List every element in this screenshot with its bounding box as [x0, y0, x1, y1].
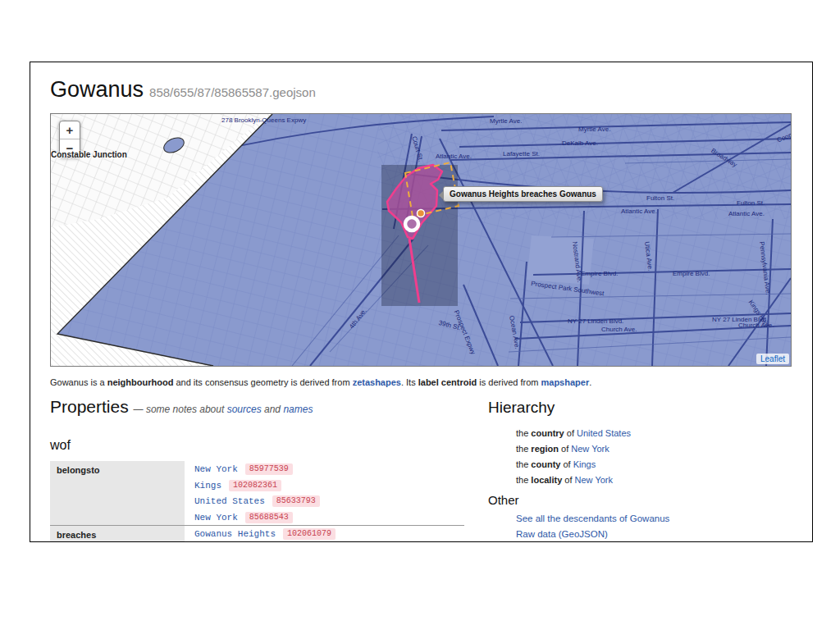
place-link[interactable]: New York — [194, 464, 238, 474]
property-value: New York85977539 — [194, 461, 464, 477]
intro-label-centroid: label centroid — [418, 377, 477, 387]
properties-section: Properties — some notes about sources an… — [50, 397, 464, 542]
raw-geojson-link[interactable]: Raw data (GeoJSON) — [516, 529, 804, 539]
note-text: — some notes about — [134, 404, 227, 415]
hier-key: region — [531, 444, 559, 454]
page-title: Gowanus — [50, 77, 144, 102]
label-centroid-marker[interactable] — [418, 210, 425, 217]
intro-placetype: neighbourhood — [107, 377, 174, 387]
map-canvas — [51, 114, 791, 366]
hierarchy-place-link[interactable]: New York — [575, 475, 613, 485]
table-row-breaches: breaches Gowanus Heights102061079 — [50, 526, 464, 543]
hierarchy-title: Hierarchy — [488, 399, 804, 417]
prospect-park — [527, 235, 594, 285]
property-values: New York85977539 Kings102082361 United S… — [185, 461, 464, 526]
hier-mid: of — [559, 444, 571, 454]
hierarchy-place-link[interactable]: United States — [577, 428, 631, 438]
hierarchy-place-link[interactable]: Kings — [573, 459, 596, 469]
hierarchy-place-link[interactable]: New York — [571, 444, 609, 454]
table-row-belongsto: belongsto New York85977539 Kings10208236… — [50, 461, 464, 526]
geometry-centroid-marker[interactable] — [405, 217, 418, 231]
properties-title: Properties — some notes about sources an… — [50, 397, 464, 417]
intro-text: . Its — [401, 377, 418, 387]
hier-pre: the — [516, 428, 531, 438]
properties-title-text: Properties — [50, 397, 129, 416]
hier-mid: of — [564, 428, 577, 438]
property-value: New York85688543 — [194, 509, 464, 526]
property-value: Gowanus Heights102061079 — [194, 526, 464, 542]
intro-text: and its consensus geometry is derived fr… — [173, 377, 352, 387]
property-key: belongsto — [50, 461, 185, 526]
mapshaper-link[interactable]: mapshaper — [541, 377, 590, 387]
hier-key: locality — [531, 475, 562, 485]
place-link[interactable]: Kings — [194, 481, 221, 491]
names-link[interactable]: names — [283, 404, 313, 415]
other-title: Other — [488, 493, 804, 507]
map[interactable]: 278 Brooklyn-Queens Expwy Myrtle Ave. My… — [50, 113, 792, 367]
property-values: Gowanus Heights102061079 — [185, 526, 464, 543]
place-link[interactable]: United States — [194, 496, 265, 506]
page: Gowanus858/655/87/85865587.geojson — [30, 62, 813, 542]
hierarchy-section: Hierarchy the country of United States t… — [488, 399, 804, 542]
wof-id-badge: 85977539 — [245, 463, 293, 475]
hierarchy-item: the country of United States — [516, 428, 804, 438]
descendants-link[interactable]: See all the descendants of Gowanus — [516, 514, 804, 523]
property-value: United States85633793 — [194, 493, 464, 509]
hier-pre: the — [516, 444, 531, 454]
hierarchy-item: the county of Kings — [516, 459, 804, 469]
wof-id-badge: 85633793 — [272, 495, 320, 507]
note-text: and — [262, 404, 284, 415]
hier-pre: the — [516, 459, 531, 469]
hier-mid: of — [562, 475, 574, 485]
zoom-in-button[interactable]: + — [60, 121, 80, 139]
intro-sentence: Gowanus is a neighbourhood and its conse… — [50, 377, 591, 387]
zetashapes-link[interactable]: zetashapes — [353, 377, 401, 387]
hierarchy-item: the locality of New York — [516, 475, 804, 485]
intro-text: is derived from — [477, 377, 541, 387]
intro-text: . — [589, 377, 591, 387]
properties-table: belongsto New York85977539 Kings10208236… — [50, 461, 464, 542]
property-key: breaches — [50, 526, 185, 543]
wof-id-badge: 102061079 — [283, 528, 336, 540]
place-label: Constable Junction — [51, 150, 127, 159]
wof-section-title: wof — [50, 438, 464, 453]
page-subtitle: 858/655/87/85865587.geojson — [149, 85, 316, 99]
intro-text: Gowanus is a — [50, 377, 107, 387]
place-link[interactable]: New York — [194, 513, 238, 523]
hier-key: county — [531, 459, 560, 469]
map-attribution: Leaflet — [756, 354, 789, 364]
place-link[interactable]: Gowanus Heights — [194, 529, 276, 539]
leaflet-link[interactable]: Leaflet — [760, 354, 785, 363]
hier-mid: of — [560, 459, 573, 469]
properties-note: — some notes about sources and names — [134, 404, 313, 415]
hierarchy-item: the region of New York — [516, 444, 804, 454]
wof-id-badge: 102082361 — [229, 480, 281, 491]
breach-tooltip: Gowanus Heights breaches Gowanus — [443, 186, 603, 202]
hier-key: country — [531, 428, 564, 438]
wof-id-badge: 85688543 — [245, 512, 293, 523]
property-value: Kings102082361 — [194, 477, 464, 494]
header: Gowanus858/655/87/85865587.geojson — [50, 77, 316, 103]
sources-link[interactable]: sources — [227, 404, 262, 415]
hier-pre: the — [516, 475, 531, 485]
